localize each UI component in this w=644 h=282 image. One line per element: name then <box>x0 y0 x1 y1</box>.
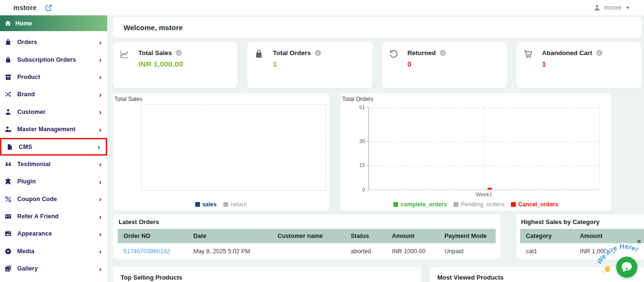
quote-icon <box>5 161 11 168</box>
column-header: Amount <box>386 229 439 243</box>
sidebar-item-testimonial[interactable]: Testimonial› <box>0 156 107 173</box>
legend-item: Pending_orders <box>454 201 504 208</box>
sidebar-item-coupon-code[interactable]: Coupon Code› <box>0 191 107 208</box>
image-icon <box>5 230 11 237</box>
stat-body: Total SalesiINR 1,000.00 <box>138 49 183 81</box>
sales-chart-title: Total Sales <box>114 96 143 102</box>
person-icon <box>5 109 11 115</box>
sidebar-item-brand[interactable]: Brand› <box>0 86 107 103</box>
sidebar-item-refer-a-friend[interactable]: Refer A Friend› <box>0 208 107 225</box>
info-icon[interactable]: i <box>596 50 602 56</box>
chat-close-button[interactable]: × <box>637 238 641 246</box>
chevron-right-icon: › <box>99 126 101 133</box>
main-content: Welcome, mstore Total SalesiINR 1,000.00… <box>108 15 644 282</box>
bag-icon <box>5 56 11 63</box>
orders-legend: complete_ordersPending_ordersCancel_orde… <box>341 201 611 208</box>
sidebar-item-gallery[interactable]: Gallery› <box>0 260 107 277</box>
sidebar-item-subscription-orders[interactable]: Subscription Orders› <box>0 51 107 68</box>
sidebar: Home Orders›Subscription Orders›Product›… <box>0 15 108 282</box>
legend-swatch <box>195 202 200 207</box>
legend-label: return <box>231 201 247 208</box>
stat-label: Total Ordersi <box>273 49 321 56</box>
sales-plot <box>141 104 326 191</box>
app-logo: mstore <box>13 4 36 11</box>
sidebar-item-home[interactable]: Home <box>0 15 107 31</box>
legend-swatch <box>223 202 228 207</box>
user-dropdown[interactable]: mstore <box>594 4 630 11</box>
chevron-right-icon: › <box>99 108 101 115</box>
info-icon[interactable]: i <box>315 50 321 56</box>
table-cell: Unpaid <box>439 243 496 259</box>
stat-value: 0 <box>408 60 446 68</box>
info-icon[interactable]: i <box>440 50 446 56</box>
person-gear-icon <box>5 126 11 133</box>
stat-value: 1 <box>542 60 602 68</box>
legend-item: return <box>223 201 247 208</box>
sidebar-item-media[interactable]: Media› <box>0 243 107 260</box>
orders-chart-title: Total Orders <box>342 96 373 102</box>
chevron-right-icon: › <box>98 143 100 150</box>
column-header: Amount <box>574 229 644 243</box>
latest-orders-title: Latest Orders <box>119 218 496 226</box>
column-header: Payment Mode <box>439 229 496 243</box>
stat-label: Total Salesi <box>138 49 183 56</box>
stat-card-abandoned-cart: Abandoned Carti1 <box>517 42 641 88</box>
stat-body: Abandoned Carti1 <box>542 49 602 81</box>
bottom-row: Top Selling Products Most Viewed Product… <box>113 267 644 282</box>
file-icon <box>6 144 13 150</box>
stat-card-total-orders: Total Ordersi1 <box>247 42 372 88</box>
y-tick-mark <box>366 165 369 166</box>
info-icon[interactable]: i <box>176 50 182 56</box>
stat-title: Abandoned Cart <box>542 49 592 56</box>
table-row: 51746703960142May 8, 2025 5:02 PMaborted… <box>118 243 496 260</box>
column-header: Category <box>520 229 574 243</box>
legend-label: Pending_orders <box>461 201 504 208</box>
sidebar-item-label: Refer A Friend <box>17 213 59 220</box>
column-header: Date <box>188 229 272 243</box>
y-tick-label: 51 <box>349 104 365 110</box>
welcome-banner: Welcome, mstore <box>113 17 641 38</box>
sidebar-item-cms[interactable]: CMS› <box>0 138 107 155</box>
bag-icon <box>254 49 265 60</box>
top-selling-title: Top Selling Products <box>121 274 413 281</box>
puzzle-icon <box>5 178 11 185</box>
sidebar-item-orders[interactable]: Orders› <box>0 34 107 51</box>
table-cell <box>272 243 345 259</box>
home-icon <box>5 20 11 26</box>
chevron-right-icon: › <box>99 56 101 63</box>
charts-row: Total Sales salesreturn Total Orders 015… <box>113 93 611 211</box>
chart-line-icon <box>120 49 130 60</box>
sidebar-item-master-management[interactable]: Master Management› <box>0 121 107 138</box>
sidebar-item-label: Product <box>17 74 40 80</box>
cancel-orders-bar <box>488 188 492 190</box>
legend-item: sales <box>195 201 217 208</box>
order-number-link[interactable]: 51746703960142 <box>118 243 188 259</box>
y-tick-mark <box>366 107 369 108</box>
most-viewed-title: Most Viewed Products <box>437 274 636 281</box>
sidebar-item-customer[interactable]: Customer› <box>0 103 107 121</box>
external-link-icon[interactable] <box>45 4 52 11</box>
y-tick-mark <box>366 190 369 190</box>
highest-sales-title: Highest Sales by Category <box>521 218 644 226</box>
sidebar-item-plugin[interactable]: Plugin› <box>0 173 107 190</box>
legend-label: complete_orders <box>400 201 447 208</box>
orders-plot: 0153051Week1 <box>368 107 599 190</box>
sidebar-item-product[interactable]: Product› <box>0 68 107 86</box>
chevron-right-icon: › <box>99 39 101 46</box>
chevron-right-icon: › <box>99 230 101 237</box>
sidebar-item-label: Subscription Orders <box>17 56 76 63</box>
sidebar-item-appearance[interactable]: Appearance› <box>0 225 107 242</box>
sidebar-item-label: Plugin <box>17 178 36 185</box>
welcome-title: Welcome, mstore <box>123 23 183 32</box>
table-header-row: Order NODateCustomer nameStatusAmountPay… <box>118 229 496 243</box>
sidebar-item-label: Brand <box>17 91 35 98</box>
sidebar-item-label: Testimonial <box>17 161 51 168</box>
sidebar-item-label: Customer <box>17 109 45 115</box>
chat-bubble-icon <box>620 260 634 274</box>
chat-launcher-button[interactable] <box>616 257 637 278</box>
table-header-row: CategoryAmount <box>520 229 644 243</box>
y-tick-label: 15 <box>349 162 365 168</box>
latest-orders-table: Order NODateCustomer nameStatusAmountPay… <box>118 229 496 260</box>
stat-label: Returnedi <box>408 49 446 56</box>
sidebar-item-label: Media <box>17 248 34 255</box>
